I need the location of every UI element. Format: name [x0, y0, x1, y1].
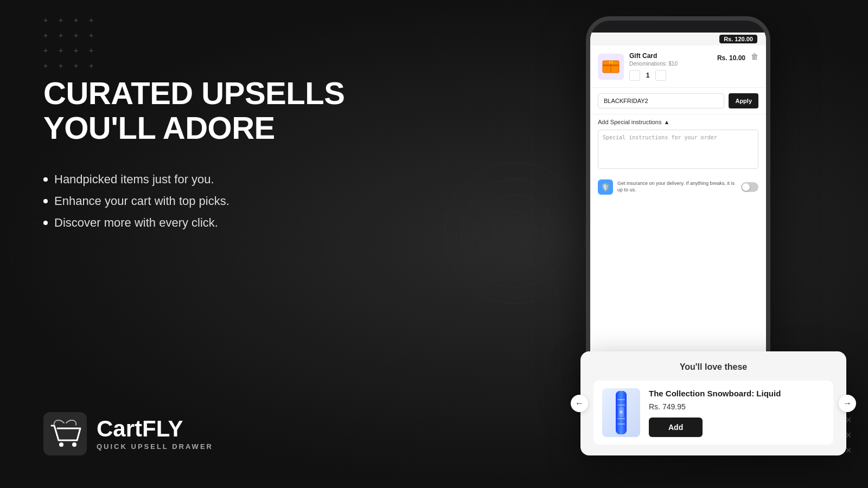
x-marks: × × ×: [845, 414, 852, 455]
svg-point-18: [620, 410, 623, 414]
insurance-toggle[interactable]: [741, 182, 758, 192]
svg-point-5: [477, 195, 553, 271]
svg-rect-13: [617, 399, 625, 400]
list-item: Enhance your cart with top picks.: [43, 194, 369, 208]
cart-item-info: Gift Card Denominations: $10 − 1 +: [629, 52, 712, 81]
brand-area: CartFLY QUICK UPSELL DRAWER: [43, 412, 213, 455]
brand-subtitle: QUICK UPSELL DRAWER: [97, 442, 213, 451]
plus-icon: +: [89, 62, 99, 72]
x-mark-icon: ×: [845, 429, 852, 440]
quantity-value: 1: [643, 72, 652, 79]
phone-screen: Rs. 120.00 Gift: [590, 33, 766, 396]
x-mark-icon: ×: [845, 414, 852, 425]
brand-name: CartFLY: [97, 418, 213, 440]
plus-icon: +: [74, 47, 84, 56]
svg-point-3: [445, 163, 586, 304]
cart-item-price: Rs. 10.00: [717, 54, 745, 62]
plus-icon: +: [89, 47, 99, 56]
plus-icon: +: [89, 31, 99, 41]
apply-coupon-button[interactable]: Apply: [729, 93, 758, 108]
svg-rect-16: [617, 423, 625, 425]
cart-item: Gift Card Denominations: $10 − 1 + Rs. 1…: [590, 46, 766, 88]
plus-icon: +: [43, 62, 53, 72]
cart-item-quantity: − 1 +: [629, 70, 712, 81]
plus-icon: +: [59, 16, 68, 26]
plus-icon: +: [74, 16, 84, 26]
left-content: CURATED UPSELLS YOU'LL ADORE Handpicked …: [43, 76, 369, 262]
svg-point-2: [72, 442, 76, 447]
brand-text: CartFLY QUICK UPSELL DRAWER: [97, 418, 213, 451]
quantity-increase-button[interactable]: +: [655, 70, 666, 81]
plus-icon: +: [43, 16, 53, 26]
upsell-product-price: Rs. 749.95: [649, 402, 825, 411]
upsell-section-title: You'll love these: [593, 362, 833, 372]
decorative-circles: [434, 152, 597, 314]
upsell-card: ← → You'll love these: [580, 351, 846, 455]
cart-screen: Gift Card Denominations: $10 − 1 + Rs. 1…: [590, 46, 766, 395]
upsell-add-button[interactable]: Add: [649, 418, 703, 437]
plus-icon: +: [59, 31, 68, 41]
price-badge: Rs. 120.00: [719, 35, 757, 43]
upsell-prev-button[interactable]: ←: [571, 395, 588, 412]
plus-icon: +: [43, 31, 53, 41]
upsell-product-info: The Collection Snowboard: Liquid Rs. 749…: [649, 388, 825, 437]
coupon-row: Apply: [598, 93, 758, 108]
cart-item-denomination: Denominations: $10: [629, 61, 712, 67]
plus-icon: +: [74, 62, 84, 72]
special-instructions-textarea[interactable]: Special instructions for your order: [598, 130, 758, 169]
list-item-text: Enhance your cart with top picks.: [54, 194, 229, 208]
feature-list: Handpicked items just for you. Enhance y…: [43, 172, 369, 230]
plus-icon: +: [74, 31, 84, 41]
coupon-input[interactable]: [598, 93, 724, 108]
special-instructions-label: Add Special instructions: [598, 119, 661, 125]
phone-status-bar: Rs. 120.00: [590, 33, 766, 46]
right-area: Rs. 120.00 Gift: [380, 0, 868, 488]
chevron-up-icon: ▲: [663, 119, 669, 125]
headline-line2: YOU'LL ADORE: [43, 110, 275, 145]
quantity-decrease-button[interactable]: −: [629, 70, 640, 81]
bullet-icon: [43, 177, 48, 182]
plus-icon: +: [59, 62, 68, 72]
list-item-text: Handpicked items just for you.: [54, 172, 214, 187]
plus-icon: +: [59, 47, 68, 56]
headline: CURATED UPSELLS YOU'LL ADORE: [43, 76, 369, 145]
upsell-product-row: The Collection Snowboard: Liquid Rs. 749…: [593, 381, 833, 445]
upsell-product-image: [602, 388, 640, 437]
brand-logo-icon: [43, 412, 87, 455]
phone-mockup: Rs. 120.00 Gift: [586, 16, 770, 396]
insurance-row: 🛡️ Get insurance on your delivery. If an…: [590, 175, 766, 199]
cart-item-title: Gift Card: [629, 52, 712, 60]
svg-rect-14: [617, 404, 625, 406]
decorative-plus-grid: + + + + + + + + + + + + + + + +: [43, 16, 99, 72]
x-mark-icon: ×: [845, 445, 852, 455]
svg-point-6: [494, 211, 537, 255]
insurance-text: Get insurance on your delivery. If anyth…: [617, 181, 737, 193]
insurance-icon: 🛡️: [598, 179, 613, 195]
svg-rect-0: [43, 412, 87, 455]
svg-point-1: [59, 442, 63, 447]
plus-icon: +: [89, 16, 99, 26]
delete-item-icon[interactable]: 🗑: [751, 52, 758, 61]
bullet-icon: [43, 221, 48, 225]
bullet-icon: [43, 199, 48, 203]
special-instructions-toggle[interactable]: Add Special instructions ▲: [598, 119, 758, 125]
list-item: Handpicked items just for you.: [43, 172, 369, 187]
special-instructions-section: Add Special instructions ▲ Special instr…: [590, 114, 766, 175]
cart-item-image: [598, 54, 624, 80]
plus-icon: +: [43, 47, 53, 56]
coupon-area: Apply: [590, 88, 766, 114]
svg-rect-15: [617, 418, 625, 419]
list-item: Discover more with every click.: [43, 216, 369, 230]
upsell-next-button[interactable]: →: [839, 395, 856, 412]
upsell-product-name: The Collection Snowboard: Liquid: [649, 388, 825, 399]
headline-line1: CURATED UPSELLS: [43, 75, 344, 111]
list-item-text: Discover more with every click.: [54, 216, 218, 230]
phone-notch: [646, 21, 711, 33]
